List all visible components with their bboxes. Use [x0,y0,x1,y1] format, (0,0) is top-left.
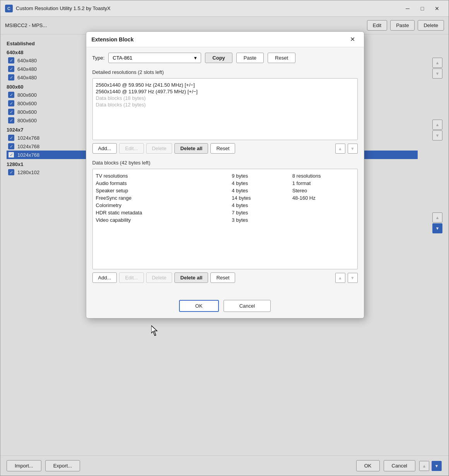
detailed-section-label: Detailed resolutions (2 slots left) [92,69,358,75]
dialog-reset-button[interactable]: Reset [268,53,295,63]
data-block-name: Audio formats [96,180,232,187]
data-delete-button[interactable]: Delete [146,272,172,283]
detailed-reset-button[interactable]: Reset [210,143,235,154]
list-item: Data blocks (12 bytes) [96,101,354,108]
dropdown-arrow-icon: ▾ [194,55,197,61]
data-block-detail: 8 resolutions [292,172,354,180]
data-block-detail: Stereo [292,187,354,194]
copy-button[interactable]: Copy [205,53,232,63]
data-block-name: HDR static metadata [96,209,232,216]
data-block-bytes: 9 bytes [232,172,292,180]
detailed-up-arrow[interactable]: ▲ [335,144,345,154]
data-block-name: FreeSync range [96,194,232,202]
data-block-bytes: 4 bytes [232,180,292,187]
data-block-name: Video capability [96,216,232,224]
dialog-cancel-button[interactable]: Cancel [224,300,271,312]
data-up-arrow[interactable]: ▲ [335,273,345,283]
table-row[interactable]: HDR static metadata 7 bytes [96,209,354,216]
data-delete-all-button[interactable]: Delete all [174,272,208,283]
dialog-body: Type: CTA-861 ▾ Copy Paste Reset Detaile… [86,47,364,295]
data-block-name: TV resolutions [96,172,232,180]
detailed-delete-button[interactable]: Delete [146,143,172,154]
data-blocks-table: TV resolutions 9 bytes 8 resolutions Aud… [96,172,354,224]
modal-overlay: Extension Block ✕ Type: CTA-861 ▾ Copy P… [0,0,449,476]
data-block-name: Speaker setup [96,187,232,194]
dialog-ok-button[interactable]: OK [179,300,219,312]
table-row[interactable]: Video capability 3 bytes [96,216,354,224]
table-row[interactable]: Audio formats 4 bytes 1 format [96,180,354,187]
table-row[interactable]: FreeSync range 14 bytes 48-160 Hz [96,194,354,202]
data-block-detail: 1 format [292,180,354,187]
data-block-detail [292,216,354,224]
data-action-row: Add... Edit... Delete Delete all Reset ▲… [92,272,358,283]
dialog-footer: OK Cancel [86,295,364,318]
list-item[interactable]: 2560x1440 @ 59.950 Hz (241.50 MHz) [+/−] [96,82,354,88]
data-blocks-list[interactable]: TV resolutions 9 bytes 8 resolutions Aud… [92,169,358,269]
data-block-detail: 48-160 Hz [292,194,354,202]
table-row[interactable]: Speaker setup 4 bytes Stereo [96,187,354,194]
data-block-bytes: 3 bytes [232,216,292,224]
data-section-label: Data blocks (42 bytes left) [92,160,358,166]
data-reset-button[interactable]: Reset [210,272,235,283]
list-item: Data blocks (18 bytes) [96,95,354,101]
dialog-title-bar: Extension Block ✕ [86,32,364,47]
dialog-close-button[interactable]: ✕ [347,34,359,45]
detailed-action-row: Add... Edit... Delete Delete all Reset ▲… [92,143,358,154]
dialog-title: Extension Block [92,36,347,43]
detailed-down-arrow[interactable]: ▼ [348,144,358,154]
detailed-add-button[interactable]: Add... [92,143,117,154]
data-down-arrow[interactable]: ▼ [348,273,358,283]
main-window: C Custom Resolution Utility 1.5.2 by Toa… [0,0,449,476]
detailed-delete-all-button[interactable]: Delete all [174,143,208,154]
detailed-resolutions-list[interactable]: 2560x1440 @ 59.950 Hz (241.50 MHz) [+/−]… [92,78,358,140]
extension-block-dialog: Extension Block ✕ Type: CTA-861 ▾ Copy P… [86,31,364,318]
dialog-paste-button[interactable]: Paste [236,53,264,63]
data-edit-button[interactable]: Edit... [119,272,143,283]
data-block-bytes: 7 bytes [232,209,292,216]
data-block-bytes: 4 bytes [232,202,292,209]
type-row: Type: CTA-861 ▾ Copy Paste Reset [92,53,358,63]
detailed-edit-button[interactable]: Edit... [119,143,143,154]
data-block-detail [292,202,354,209]
data-block-bytes: 4 bytes [232,187,292,194]
data-add-button[interactable]: Add... [92,272,117,283]
table-row[interactable]: Colorimetry 4 bytes [96,202,354,209]
data-block-name: Colorimetry [96,202,232,209]
type-select[interactable]: CTA-861 ▾ [108,53,201,63]
table-row[interactable]: TV resolutions 9 bytes 8 resolutions [96,172,354,180]
list-item[interactable]: 2560x1440 @ 119.997 Hz (497.75 MHz) [+/−… [96,88,354,95]
type-label: Type: [92,55,105,61]
data-block-bytes: 14 bytes [232,194,292,202]
type-value: CTA-861 [113,55,132,61]
data-block-detail [292,209,354,216]
